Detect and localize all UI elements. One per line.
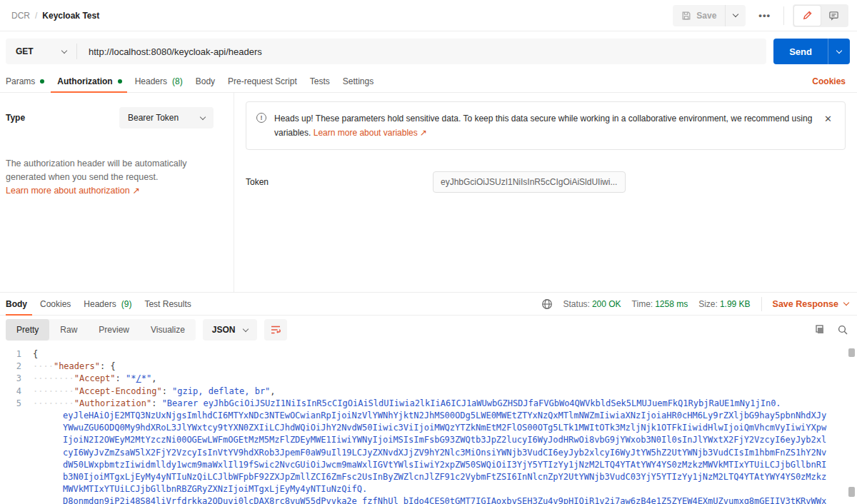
format-value: JSON — [212, 325, 236, 335]
save-response-button[interactable]: Save Response — [773, 299, 848, 309]
request-tab-list: ParamsAuthorizationHeaders(8)BodyPre-req… — [6, 70, 380, 92]
chevron-down-icon — [836, 47, 842, 53]
status-badge[interactable]: Status:200 OK — [563, 299, 621, 309]
send-dropdown-button[interactable] — [828, 39, 850, 64]
comments-button[interactable] — [821, 6, 847, 26]
code-line: 5········"Authorization": "Bearer eyJhbG… — [0, 398, 857, 410]
cookies-link[interactable]: Cookies — [812, 76, 850, 86]
line-number: 4 — [0, 385, 21, 398]
breadcrumb-request-name[interactable]: Keycloak Test — [42, 11, 99, 21]
method-selector[interactable]: GET — [6, 44, 77, 59]
authorization-panel: Type Bearer Token The authorization head… — [0, 93, 857, 293]
tab-body[interactable]: Body — [189, 70, 221, 92]
copy-button[interactable] — [813, 324, 825, 336]
sensitive-data-banner: ! Heads up! These parameters hold sensit… — [246, 101, 846, 150]
auth-type-column: Type Bearer Token The authorization head… — [0, 93, 234, 292]
network-globe-icon[interactable] — [541, 298, 553, 310]
breadcrumb-separator: / — [35, 11, 37, 21]
save-button[interactable]: Save — [673, 5, 725, 26]
breadcrumb: DCR / Keycloak Test — [11, 11, 99, 21]
response-view-bar: PrettyRawPreviewVisualize JSON — [0, 316, 857, 344]
wrap-lines-icon — [270, 324, 281, 336]
scrollbar-thumb[interactable] — [848, 348, 855, 357]
auth-type-select[interactable]: Bearer Token — [119, 107, 214, 128]
banner-text: Heads up! These parameters hold sensitiv… — [274, 111, 813, 140]
chevron-down-icon — [61, 47, 67, 53]
response-tab-body[interactable]: Body — [6, 293, 34, 315]
line-number: 5 — [0, 398, 21, 410]
url-bar: GET http://localhost:8080/keycloak-api/h… — [6, 39, 766, 64]
tab-headers[interactable]: Headers(8) — [129, 70, 189, 92]
code-line: YWwuZGU6ODQ0My9hdXRoL3JlYWxtcy9tYXN0ZXIi… — [0, 422, 857, 434]
token-input[interactable]: eyJhbGciOiJSUzI1NiIsInR5cCIgOiAiSldUIiwi… — [433, 171, 626, 193]
send-button-group: Send — [773, 39, 850, 64]
search-button[interactable] — [837, 324, 848, 336]
code-line: IjoiN2I2OWEyM2MtYzczNi00OGEwLWFmOGEtMzM5… — [0, 434, 857, 446]
scrollbar-thumb[interactable] — [848, 487, 855, 497]
view-mode-preview[interactable]: Preview — [88, 319, 140, 341]
response-tab-cookies[interactable]: Cookies — [34, 293, 77, 315]
send-button[interactable]: Send — [773, 39, 828, 64]
tab-label: Test Results — [144, 299, 191, 309]
tab-pre-request-script[interactable]: Pre-request Script — [221, 70, 304, 92]
postman-window: DCR / Keycloak Test Save ••• — [0, 0, 857, 504]
save-response-label: Save Response — [773, 299, 838, 309]
chevron-down-icon — [242, 326, 248, 331]
response-tab-test-results[interactable]: Test Results — [138, 293, 197, 315]
save-icon — [681, 11, 691, 21]
chevron-down-icon — [733, 11, 738, 17]
code-text: ········"Authorization": "Bearer eyJhbGc… — [33, 398, 781, 408]
tab-settings[interactable]: Settings — [336, 70, 380, 92]
token-label: Token — [246, 171, 433, 193]
line-number: 3 — [0, 373, 21, 385]
token-row: Token eyJhbGciOiJSUzI1NiIsInR5cCIgOiAiSl… — [246, 171, 846, 193]
view-mode-pretty[interactable]: Pretty — [6, 319, 49, 341]
variables-learn-more-link[interactable]: Learn more about variables ↗ — [314, 128, 427, 138]
auth-learn-more-link[interactable]: Learn more about authorization ↗ — [6, 186, 140, 196]
auth-detail-column: ! Heads up! These parameters hold sensit… — [234, 93, 857, 292]
response-meta: Status:200 OK Time:1258 ms Size:1.99 KB … — [541, 297, 848, 311]
save-dropdown-button[interactable] — [725, 5, 746, 26]
edit-documentation-button[interactable] — [794, 6, 821, 26]
tab-label: Cookies — [40, 299, 71, 309]
request-tabs: ParamsAuthorizationHeaders(8)BodyPre-req… — [0, 70, 857, 93]
line-number: 1 — [0, 348, 21, 361]
url-input[interactable]: http://localhost:8080/keycloak-api/heade… — [77, 46, 766, 57]
breadcrumb-collection[interactable]: DCR — [11, 11, 30, 21]
code-text: IjoiN2I2OWEyM2MtYzczNi00OGEwLWFmOGEtMzM5… — [33, 435, 826, 445]
code-text: YWwuZGU6ODQ0My9hdXRoL3JlYWxtcy9tYXN0ZXIi… — [33, 423, 826, 433]
view-mode-visualize[interactable]: Visualize — [140, 319, 196, 341]
tab-label: Authorization — [57, 76, 112, 86]
banner-close-button[interactable]: ✕ — [821, 112, 835, 126]
response-tools — [813, 324, 848, 336]
response-body-editor[interactable]: 1{2····"headers": {3········"Accept": "*… — [0, 344, 857, 504]
more-options-button[interactable]: ••• — [754, 7, 775, 24]
tab-tests[interactable]: Tests — [304, 70, 336, 92]
view-mode-segments: PrettyRawPreviewVisualize — [6, 319, 196, 341]
time-badge[interactable]: Time:1258 ms — [632, 299, 688, 309]
size-badge[interactable]: Size:1.99 KB — [698, 299, 750, 309]
tab-params[interactable]: Params — [6, 70, 51, 92]
code-text: { — [33, 349, 38, 359]
tab-label: Tests — [310, 76, 330, 86]
save-label: Save — [696, 11, 716, 21]
code-lines: 1{2····"headers": {3········"Accept": "*… — [0, 348, 857, 504]
header-actions: Save ••• — [673, 4, 848, 27]
right-panel-toggle — [793, 4, 848, 27]
code-text: ····"headers": { — [33, 361, 116, 371]
code-line: 2····"headers": { — [0, 361, 857, 373]
unsaved-dot-icon — [118, 79, 122, 84]
code-text: dW50LWxpbmtzIiwidmlldy1wcm9maWxlIl19fSwi… — [33, 460, 826, 470]
tab-authorization[interactable]: Authorization — [51, 70, 128, 92]
header-divider — [783, 6, 784, 25]
response-tab-headers[interactable]: Headers(9) — [77, 293, 138, 315]
tab-label: Body — [196, 76, 215, 86]
code-text: b3N0IjoiMTgxLjEyMy4yNTIuNzQiLCJlbWFpbF92… — [33, 472, 826, 482]
code-line: cyI6WyJvZmZsaW5lX2FjY2VzcyIsInVtYV9hdXRo… — [0, 447, 857, 459]
response-header: BodyCookiesHeaders(9)Test Results Status… — [0, 293, 857, 316]
view-mode-raw[interactable]: Raw — [49, 319, 88, 341]
wrap-lines-button[interactable] — [264, 319, 287, 341]
request-url-row: GET http://localhost:8080/keycloak-api/h… — [0, 31, 857, 70]
format-select[interactable]: JSON — [203, 319, 257, 341]
code-text: ········"Accept": "*/*", — [33, 373, 156, 383]
